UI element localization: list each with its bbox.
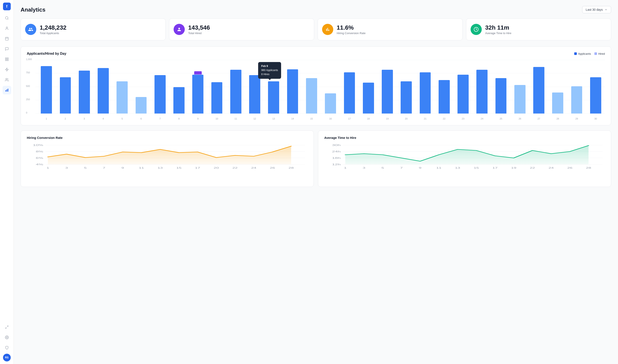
sidebar-item-calendar[interactable]	[2, 34, 11, 43]
sidebar-item-team[interactable]	[2, 76, 11, 84]
x-label: 24	[473, 117, 491, 120]
applicant-bar	[533, 67, 544, 114]
avg-time-svg: 30h 24h 18h 12h 1 3 5 7 9 11 13 15	[324, 143, 605, 173]
applicant-bar	[306, 78, 317, 114]
bar-group[interactable]	[94, 60, 112, 114]
applicant-bar	[363, 83, 374, 114]
date-filter[interactable]: Last 30 days	[582, 6, 611, 13]
bar-group[interactable]	[37, 60, 56, 114]
avg-time-label: Average Time to Hire	[485, 32, 511, 35]
bar-group[interactable]	[454, 60, 472, 114]
bar-group[interactable]	[567, 60, 586, 114]
bar-group[interactable]	[302, 60, 321, 114]
sidebar-item-admin[interactable]	[2, 343, 11, 352]
x-label: 6	[132, 117, 150, 120]
applicant-bar	[344, 72, 355, 114]
bar-group[interactable]	[435, 60, 453, 114]
x-label: 18	[359, 117, 378, 120]
applicant-bar	[401, 81, 412, 114]
svg-text:26: 26	[270, 167, 275, 169]
avg-time-content: 32h 11m Average Time to Hire	[485, 24, 511, 35]
sidebar-item-analytics[interactable]	[2, 86, 11, 94]
bar-group[interactable]	[170, 60, 188, 114]
grid-label: 250	[26, 98, 30, 101]
bar-group[interactable]	[207, 60, 226, 114]
bar-group[interactable]	[340, 60, 359, 114]
user-avatar[interactable]: RS	[3, 354, 11, 362]
applicant-bar	[552, 92, 563, 114]
avg-time-chart: 30h 24h 18h 12h 1 3 5 7 9 11 13 15	[324, 143, 605, 182]
svg-rect-9	[5, 90, 6, 92]
applicant-bar	[382, 70, 393, 114]
sidebar-item-search[interactable]	[2, 14, 11, 22]
hiring-rate-chart-section: Hiring Conversion Rate 10%	[21, 130, 314, 187]
bar-chart-title: Applicants/Hired by Day	[27, 52, 66, 56]
bar-group[interactable]	[416, 60, 434, 114]
x-label: 30	[586, 117, 605, 120]
bar-group[interactable]	[586, 60, 605, 114]
sidebar-item-expand[interactable]	[2, 323, 11, 331]
sidebar-item-lightning[interactable]	[2, 65, 11, 74]
legend-applicants: Applicants	[574, 52, 591, 55]
svg-text:9: 9	[419, 167, 421, 169]
stat-card-total-applicants: 1,248,232 Total Applicants	[21, 18, 166, 40]
x-label: 15	[302, 117, 321, 120]
bar-group[interactable]	[264, 60, 283, 114]
applicant-bar	[136, 97, 147, 114]
bar-group[interactable]	[75, 60, 94, 114]
grid-label: 750	[26, 71, 30, 74]
bar-group[interactable]	[283, 60, 302, 114]
x-label: 19	[378, 117, 397, 120]
bar-group[interactable]	[189, 60, 207, 114]
sidebar-item-chat[interactable]	[2, 45, 11, 53]
bar-group[interactable]	[321, 60, 340, 114]
svg-text:1: 1	[47, 167, 49, 169]
conversion-rate-content: 11.6% Hiring Conversion Rate	[337, 24, 365, 35]
x-label: 20	[397, 117, 415, 120]
svg-text:19: 19	[511, 167, 516, 169]
bar-group[interactable]	[227, 60, 245, 114]
svg-text:1: 1	[344, 167, 347, 169]
sidebar-item-board[interactable]	[2, 55, 11, 64]
bar-group[interactable]	[473, 60, 491, 114]
stat-card-avg-time: 32h 11m Average Time to Hire	[466, 18, 611, 40]
x-label: 4	[94, 117, 112, 120]
x-label: 14	[283, 117, 302, 120]
bar-group[interactable]	[492, 60, 510, 114]
legend-dot-hired	[594, 52, 597, 55]
x-label: 21	[416, 117, 434, 120]
bar-group[interactable]	[245, 60, 264, 114]
bar-group[interactable]	[151, 60, 169, 114]
bar-group[interactable]	[359, 60, 378, 114]
hiring-rate-svg: 10% 8% 6% 4% 1 3 5 7 9 11 13 15	[27, 143, 308, 173]
bar-group[interactable]	[378, 60, 397, 114]
bar-group[interactable]	[548, 60, 567, 114]
bar-group[interactable]	[511, 60, 529, 114]
applicant-bar	[571, 86, 582, 114]
applicant-bar	[173, 87, 184, 114]
conversion-rate-value: 11.6%	[337, 24, 365, 31]
svg-text:13: 13	[455, 167, 460, 169]
x-label: 13	[264, 117, 283, 120]
bar-group[interactable]	[132, 60, 150, 114]
total-hired-label: Total Hired	[188, 32, 210, 35]
bar-group[interactable]	[530, 60, 548, 114]
stat-card-total-hired: 143,546 Total Hired	[169, 18, 314, 40]
svg-text:22: 22	[232, 167, 238, 169]
svg-rect-10	[6, 89, 7, 92]
page-title: Analytics	[21, 6, 46, 13]
bar-group[interactable]	[56, 60, 75, 114]
applicant-bar	[79, 71, 90, 114]
app-logo[interactable]: f	[3, 2, 11, 10]
total-hired-value: 143,546	[188, 24, 210, 31]
bar-group[interactable]	[397, 60, 415, 114]
sidebar-item-person[interactable]	[2, 24, 11, 33]
applicant-bar	[476, 70, 488, 114]
hired-bar	[194, 71, 202, 75]
bar-group[interactable]	[113, 60, 131, 114]
page-header: Analytics Last 30 days	[21, 6, 611, 13]
legend: Applicants Hired	[574, 52, 605, 55]
avg-time-title: Average Time to Hire	[324, 136, 605, 140]
svg-text:17: 17	[195, 167, 200, 169]
sidebar-item-settings[interactable]	[2, 333, 11, 342]
